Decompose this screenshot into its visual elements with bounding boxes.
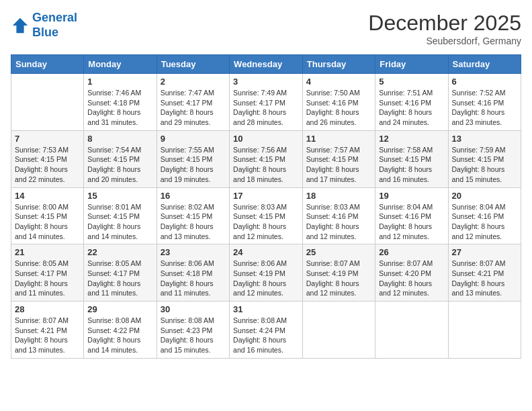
day-number: 31 <box>233 304 299 314</box>
calendar-cell: 15Sunrise: 8:01 AMSunset: 4:15 PMDayligh… <box>84 187 157 244</box>
logo-line2: Blue <box>32 26 58 39</box>
day-number: 8 <box>87 134 152 144</box>
month-year: December 2025 <box>368 11 521 36</box>
svg-marker-0 <box>13 17 28 32</box>
calendar-cell: 20Sunrise: 8:04 AMSunset: 4:16 PMDayligh… <box>448 187 521 244</box>
day-number: 2 <box>161 77 226 87</box>
day-info: Sunrise: 8:03 AMSunset: 4:16 PMDaylight:… <box>306 202 371 242</box>
day-number: 13 <box>452 134 518 144</box>
day-number: 17 <box>233 191 299 201</box>
calendar-cell: 26Sunrise: 8:07 AMSunset: 4:20 PMDayligh… <box>375 244 448 302</box>
calendar-cell: 21Sunrise: 8:05 AMSunset: 4:17 PMDayligh… <box>11 244 84 302</box>
day-number: 14 <box>15 191 80 201</box>
day-info: Sunrise: 7:54 AMSunset: 4:15 PMDaylight:… <box>87 145 152 185</box>
calendar-cell: 24Sunrise: 8:06 AMSunset: 4:19 PMDayligh… <box>230 244 303 302</box>
calendar-cell: 16Sunrise: 8:02 AMSunset: 4:15 PMDayligh… <box>157 187 229 244</box>
calendar-cell: 6Sunrise: 7:52 AMSunset: 4:16 PMDaylight… <box>448 74 521 131</box>
location: Seubersdorf, Germany <box>368 36 521 46</box>
calendar-cell: 14Sunrise: 8:00 AMSunset: 4:15 PMDayligh… <box>11 187 84 244</box>
day-info: Sunrise: 8:00 AMSunset: 4:15 PMDaylight:… <box>15 202 80 242</box>
calendar-cell: 8Sunrise: 7:54 AMSunset: 4:15 PMDaylight… <box>84 130 157 187</box>
calendar-cell: 30Sunrise: 8:08 AMSunset: 4:23 PMDayligh… <box>157 302 229 359</box>
day-number: 22 <box>87 247 152 257</box>
day-info: Sunrise: 7:53 AMSunset: 4:15 PMDaylight:… <box>15 145 80 185</box>
day-info: Sunrise: 8:05 AMSunset: 4:17 PMDaylight:… <box>15 259 80 298</box>
calendar-week-row: 14Sunrise: 8:00 AMSunset: 4:15 PMDayligh… <box>11 187 521 244</box>
calendar-cell: 4Sunrise: 7:50 AMSunset: 4:16 PMDaylight… <box>302 74 375 131</box>
calendar-cell: 13Sunrise: 7:59 AMSunset: 4:15 PMDayligh… <box>448 130 521 187</box>
day-info: Sunrise: 7:56 AMSunset: 4:15 PMDaylight:… <box>233 145 299 185</box>
day-number: 11 <box>306 134 371 144</box>
calendar-week-row: 1Sunrise: 7:46 AMSunset: 4:18 PMDaylight… <box>11 74 521 131</box>
day-info: Sunrise: 8:07 AMSunset: 4:21 PMDaylight:… <box>15 316 80 355</box>
calendar-cell: 29Sunrise: 8:08 AMSunset: 4:22 PMDayligh… <box>84 302 157 359</box>
day-info: Sunrise: 8:07 AMSunset: 4:21 PMDaylight:… <box>452 259 518 298</box>
day-info: Sunrise: 8:06 AMSunset: 4:18 PMDaylight:… <box>161 259 226 298</box>
column-header-saturday: Saturday <box>448 55 521 74</box>
day-info: Sunrise: 7:59 AMSunset: 4:15 PMDaylight:… <box>452 145 518 185</box>
calendar-cell: 1Sunrise: 7:46 AMSunset: 4:18 PMDaylight… <box>84 74 157 131</box>
day-number: 9 <box>161 134 226 144</box>
day-info: Sunrise: 8:03 AMSunset: 4:15 PMDaylight:… <box>233 202 299 242</box>
column-header-sunday: Sunday <box>11 55 84 74</box>
calendar-cell <box>375 302 448 359</box>
day-info: Sunrise: 7:55 AMSunset: 4:15 PMDaylight:… <box>161 145 226 185</box>
day-info: Sunrise: 7:58 AMSunset: 4:15 PMDaylight:… <box>379 145 444 185</box>
calendar-cell: 28Sunrise: 8:07 AMSunset: 4:21 PMDayligh… <box>11 302 84 359</box>
calendar-cell: 5Sunrise: 7:51 AMSunset: 4:16 PMDaylight… <box>375 74 448 131</box>
title-block: December 2025 Seubersdorf, Germany <box>368 11 521 46</box>
day-number: 1 <box>87 77 152 87</box>
day-info: Sunrise: 8:01 AMSunset: 4:15 PMDaylight:… <box>87 202 152 242</box>
day-number: 25 <box>306 247 371 257</box>
calendar-cell: 25Sunrise: 8:07 AMSunset: 4:19 PMDayligh… <box>302 244 375 302</box>
day-number: 21 <box>15 247 80 257</box>
day-number: 19 <box>379 191 444 201</box>
logo-line1: General <box>32 11 77 24</box>
calendar-cell: 11Sunrise: 7:57 AMSunset: 4:15 PMDayligh… <box>302 130 375 187</box>
calendar-table: SundayMondayTuesdayWednesdayThursdayFrid… <box>11 54 521 359</box>
column-header-friday: Friday <box>375 55 448 74</box>
day-info: Sunrise: 7:57 AMSunset: 4:15 PMDaylight:… <box>306 145 371 185</box>
day-info: Sunrise: 8:08 AMSunset: 4:23 PMDaylight:… <box>161 316 226 355</box>
day-info: Sunrise: 7:47 AMSunset: 4:17 PMDaylight:… <box>161 88 226 128</box>
day-info: Sunrise: 7:50 AMSunset: 4:16 PMDaylight:… <box>306 88 371 128</box>
day-number: 10 <box>233 134 299 144</box>
logo: General Blue <box>11 11 77 40</box>
day-number: 30 <box>161 304 226 314</box>
column-header-wednesday: Wednesday <box>230 55 303 74</box>
day-info: Sunrise: 7:51 AMSunset: 4:16 PMDaylight:… <box>379 88 444 128</box>
column-header-tuesday: Tuesday <box>157 55 229 74</box>
day-info: Sunrise: 8:05 AMSunset: 4:17 PMDaylight:… <box>87 259 152 298</box>
day-info: Sunrise: 8:07 AMSunset: 4:20 PMDaylight:… <box>379 259 444 298</box>
calendar-cell: 19Sunrise: 8:04 AMSunset: 4:16 PMDayligh… <box>375 187 448 244</box>
calendar-cell: 10Sunrise: 7:56 AMSunset: 4:15 PMDayligh… <box>230 130 303 187</box>
calendar-cell: 23Sunrise: 8:06 AMSunset: 4:18 PMDayligh… <box>157 244 229 302</box>
calendar-cell <box>302 302 375 359</box>
calendar-cell: 12Sunrise: 7:58 AMSunset: 4:15 PMDayligh… <box>375 130 448 187</box>
day-info: Sunrise: 7:46 AMSunset: 4:18 PMDaylight:… <box>87 88 152 128</box>
calendar-cell: 3Sunrise: 7:49 AMSunset: 4:17 PMDaylight… <box>230 74 303 131</box>
calendar-cell <box>11 74 84 131</box>
calendar-cell: 2Sunrise: 7:47 AMSunset: 4:17 PMDaylight… <box>157 74 229 131</box>
day-info: Sunrise: 8:02 AMSunset: 4:15 PMDaylight:… <box>161 202 226 242</box>
logo-icon <box>11 16 30 35</box>
day-number: 27 <box>452 247 518 257</box>
day-number: 5 <box>379 77 444 87</box>
day-info: Sunrise: 8:04 AMSunset: 4:16 PMDaylight:… <box>452 202 518 242</box>
day-number: 23 <box>161 247 226 257</box>
day-number: 24 <box>233 247 299 257</box>
day-number: 29 <box>87 304 152 314</box>
day-number: 4 <box>306 77 371 87</box>
day-info: Sunrise: 7:52 AMSunset: 4:16 PMDaylight:… <box>452 88 518 128</box>
day-number: 16 <box>161 191 226 201</box>
day-info: Sunrise: 8:06 AMSunset: 4:19 PMDaylight:… <box>233 259 299 298</box>
day-number: 12 <box>379 134 444 144</box>
day-number: 26 <box>379 247 444 257</box>
calendar-cell: 27Sunrise: 8:07 AMSunset: 4:21 PMDayligh… <box>448 244 521 302</box>
day-number: 7 <box>15 134 80 144</box>
calendar-week-row: 21Sunrise: 8:05 AMSunset: 4:17 PMDayligh… <box>11 244 521 302</box>
calendar-week-row: 28Sunrise: 8:07 AMSunset: 4:21 PMDayligh… <box>11 302 521 359</box>
column-header-thursday: Thursday <box>302 55 375 74</box>
calendar-cell: 22Sunrise: 8:05 AMSunset: 4:17 PMDayligh… <box>84 244 157 302</box>
day-number: 20 <box>452 191 518 201</box>
